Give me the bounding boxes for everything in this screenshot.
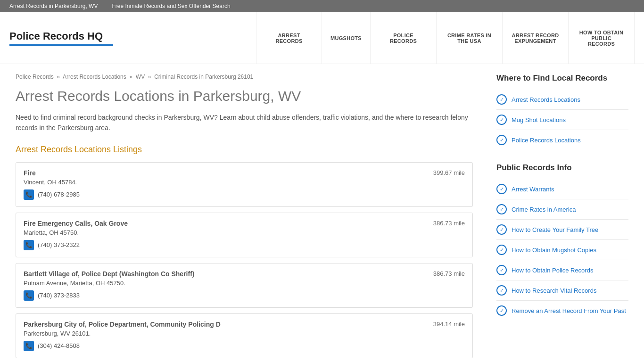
listing-phone-2: 📞 (740) 373-2833 [24, 290, 465, 301]
sidebar-section-1-title: Where to Find Local Records [496, 74, 628, 83]
check-icon-8: ✓ [496, 265, 507, 275]
nav-police-records[interactable]: POLICE RECORDS [371, 12, 437, 64]
sidebar-link-mug-shot[interactable]: ✓ Mug Shot Locations [496, 110, 628, 130]
listing-name-1: Fire Emergency Calls, Oak Grove [24, 220, 128, 227]
check-icon-6: ✓ [496, 224, 507, 235]
sidebar-section-local: Where to Find Local Records ✓ Arrest Rec… [496, 74, 628, 150]
breadcrumb: Police Records » Arrest Records Location… [16, 74, 473, 80]
sidebar-link-crime-rates[interactable]: ✓ Crime Rates in America [496, 199, 628, 220]
listing-address-1: Marietta, OH 45750. [24, 229, 465, 236]
page-description: Need to find criminal record background … [16, 112, 473, 133]
listings-title: Arrest Records Locations Listings [16, 145, 473, 155]
nav-mugshots[interactable]: MUGSHOTS [322, 12, 371, 64]
check-icon-1: ✓ [496, 94, 507, 105]
listing-distance-2: 386.73 mile [433, 270, 465, 277]
breadcrumb-police-records[interactable]: Police Records [16, 74, 54, 80]
phone-icon-1: 📞 [24, 240, 34, 250]
check-icon-10: ✓ [496, 305, 507, 316]
listing-address-2: Putnam Avenue, Marietta, OH 45750. [24, 280, 465, 287]
listing-card-3: Parkersburg City of, Police Department, … [16, 313, 473, 358]
topbar-link-2[interactable]: Free Inmate Records and Sex Offender Sea… [112, 3, 230, 9]
phone-icon-0: 📞 [24, 189, 34, 200]
check-icon-5: ✓ [496, 204, 507, 214]
phone-icon-3: 📞 [24, 341, 34, 351]
sidebar-link-police-records[interactable]: ✓ How to Obtain Police Records [496, 260, 628, 280]
sidebar-section-public-info: Public Records Info ✓ Arrest Warrants ✓ … [496, 163, 628, 321]
sidebar-link-vital-records[interactable]: ✓ How to Research Vital Records [496, 280, 628, 301]
nav-public-records[interactable]: HOW TO OBTAIN PUBLIC RECORDS [569, 12, 635, 64]
logo[interactable]: Police Records HQ [9, 30, 113, 46]
sidebar-link-remove-arrest[interactable]: ✓ Remove an Arrest Record From Your Past [496, 301, 628, 321]
listing-distance-0: 399.67 mile [433, 169, 465, 176]
check-icon-7: ✓ [496, 245, 507, 255]
listing-card-0: Fire 399.67 mile Vincent, OH 45784. 📞 (7… [16, 162, 473, 207]
main-nav: ARREST RECORDS MUGSHOTS POLICE RECORDS C… [113, 12, 635, 64]
listing-phone-0: 📞 (740) 678-2985 [24, 189, 465, 200]
phone-icon-2: 📞 [24, 290, 34, 301]
listing-address-3: Parkersburg, WV 26101. [24, 330, 465, 337]
check-icon-4: ✓ [496, 184, 507, 194]
sidebar-link-arrest-locations[interactable]: ✓ Arrest Records Locations [496, 90, 628, 110]
listing-name-2: Bartlett Village of, Police Dept (Washin… [24, 270, 194, 278]
topbar-link-1[interactable]: Arrest Records in Parkersburg, WV [9, 3, 98, 9]
top-bar: Arrest Records in Parkersburg, WV Free I… [0, 0, 644, 12]
listing-phone-3: 📞 (304) 424-8508 [24, 341, 465, 351]
listing-name-0: Fire [24, 169, 36, 177]
listing-distance-1: 386.73 mile [433, 220, 465, 227]
check-icon-3: ✓ [496, 135, 507, 145]
sidebar-section-2-title: Public Records Info [496, 163, 628, 173]
nav-crime-rates[interactable]: CRIME RATES IN THE USA [437, 12, 503, 64]
listing-address-0: Vincent, OH 45784. [24, 179, 465, 186]
breadcrumb-wv[interactable]: WV [136, 74, 145, 80]
layout: Police Records » Arrest Records Location… [6, 64, 638, 362]
sidebar-link-police-locations[interactable]: ✓ Police Records Locations [496, 130, 628, 150]
breadcrumb-current: Criminal Records in Parkersburg 26101 [154, 74, 253, 80]
main-content: Police Records » Arrest Records Location… [16, 64, 487, 362]
listing-card-1: Fire Emergency Calls, Oak Grove 386.73 m… [16, 213, 473, 257]
listing-card-2: Bartlett Village of, Police Dept (Washin… [16, 263, 473, 308]
sidebar-link-family-tree[interactable]: ✓ How to Create Your Family Tree [496, 220, 628, 240]
sidebar-link-arrest-warrants[interactable]: ✓ Arrest Warrants [496, 179, 628, 199]
sidebar-link-mugshot-copies[interactable]: ✓ How to Obtain Mugshot Copies [496, 240, 628, 260]
header: Police Records HQ ARREST RECORDS MUGSHOT… [0, 12, 644, 64]
listing-distance-3: 394.14 mile [433, 321, 465, 328]
nav-expungement[interactable]: ARREST RECORD EXPUNGEMENT [503, 12, 569, 64]
check-icon-9: ✓ [496, 285, 507, 296]
listing-name-3: Parkersburg City of, Police Department, … [24, 321, 221, 328]
sidebar: Where to Find Local Records ✓ Arrest Rec… [487, 64, 628, 362]
check-icon-2: ✓ [496, 115, 507, 125]
page-title: Arrest Records Locations in Parkersburg,… [16, 88, 473, 105]
breadcrumb-arrest-locations[interactable]: Arrest Records Locations [63, 74, 126, 80]
nav-arrest-records[interactable]: ARREST RECORDS [256, 12, 322, 64]
listing-phone-1: 📞 (740) 373-2322 [24, 240, 465, 250]
